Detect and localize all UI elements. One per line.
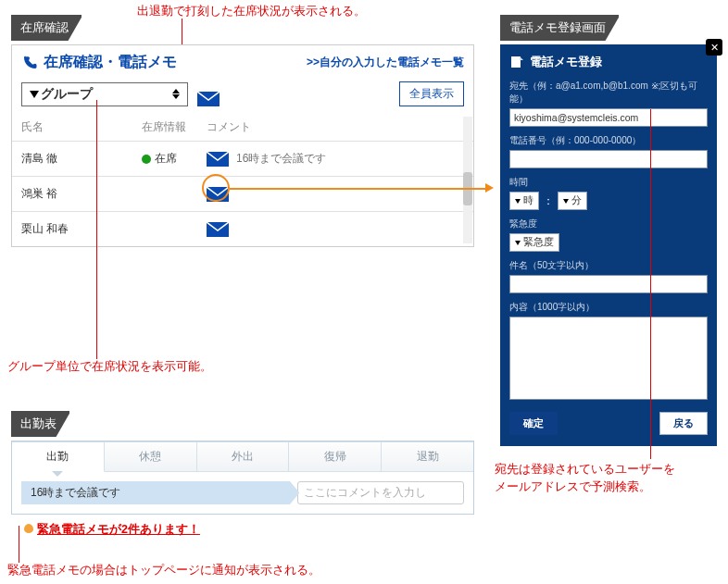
urgency-value: 緊急度 bbox=[523, 236, 554, 249]
chevron-down-icon bbox=[30, 91, 39, 98]
time-min-select[interactable]: 分 bbox=[558, 192, 587, 210]
callout-alert-home: 緊急電話メモの場合はトップページに通知が表示される。 bbox=[7, 563, 320, 578]
tab-return[interactable]: 復帰 bbox=[289, 442, 382, 472]
status-dot-icon bbox=[142, 155, 151, 164]
col-comment: コメント bbox=[207, 119, 464, 135]
tab-out[interactable]: 外出 bbox=[197, 442, 290, 472]
show-all-button[interactable]: 全員表示 bbox=[399, 81, 464, 106]
subject-label: 件名（50文字以内） bbox=[509, 259, 708, 272]
tab-attend[interactable]: 出勤 bbox=[12, 442, 105, 472]
callout-line bbox=[19, 526, 19, 563]
row-status: 在席 bbox=[155, 151, 177, 167]
table-row: 栗山 和春 bbox=[12, 211, 473, 246]
col-name: 氏名 bbox=[21, 119, 142, 135]
time-label: 時間 bbox=[509, 176, 708, 189]
arrow-line bbox=[230, 188, 487, 190]
time-min-label: 分 bbox=[571, 194, 582, 207]
memo-title-text: 電話メモ登録 bbox=[530, 54, 602, 70]
row-envelope[interactable] bbox=[207, 152, 229, 167]
alert-line: 緊急電話メモが2件あります！ bbox=[24, 522, 474, 538]
svg-rect-4 bbox=[511, 56, 521, 68]
phone-icon bbox=[21, 55, 38, 71]
urgency-select[interactable]: 緊急度 bbox=[509, 233, 559, 252]
tab-leave[interactable]: 退勤 bbox=[382, 442, 473, 472]
row-name: 鴻巣 裕 bbox=[21, 186, 142, 202]
time-hour-select[interactable]: 時 bbox=[509, 192, 539, 210]
callout-line bbox=[650, 109, 651, 459]
scrollbar[interactable] bbox=[463, 117, 472, 243]
group-select[interactable]: グループ bbox=[21, 82, 188, 106]
memo-panel: 電話メモ登録画面 ✕ 電話メモ登録 宛先（例：a@a1.com,b@b1.com… bbox=[500, 15, 717, 446]
phone-label: 電話番号（例：000-000-0000） bbox=[509, 134, 708, 147]
memo-list-link[interactable]: >>自分の入力した電話メモ一覧 bbox=[307, 55, 464, 70]
presence-box: 在席確認・電話メモ >>自分の入力した電話メモ一覧 グループ 全員表示 氏名 在… bbox=[11, 44, 474, 247]
memo-title-icon bbox=[509, 55, 524, 69]
attendance-box: 出勤 休憩 外出 復帰 退勤 16時まで会議です ここにコメントを入力し bbox=[11, 441, 474, 515]
table-row: 鴻巣 裕 bbox=[12, 176, 473, 211]
memo-badge: 電話メモ登録画面 bbox=[500, 15, 619, 41]
body-input[interactable] bbox=[509, 317, 708, 400]
memo-dialog: ✕ 電話メモ登録 宛先（例：a@a1.com,b@b1.com ※;区切も可能）… bbox=[500, 44, 717, 446]
row-name: 栗山 和春 bbox=[21, 221, 142, 237]
close-icon[interactable]: ✕ bbox=[706, 39, 722, 56]
presence-title: 在席確認・電話メモ bbox=[44, 53, 177, 72]
alert-link[interactable]: 緊急電話メモが2件あります！ bbox=[37, 523, 200, 536]
comment-input[interactable]: ここにコメントを入力し bbox=[297, 481, 464, 504]
back-button[interactable]: 戻る bbox=[659, 412, 708, 435]
table-row: 清島 徹 在席 16時まで会議です bbox=[12, 141, 473, 176]
time-hour-label: 時 bbox=[523, 194, 533, 207]
presence-panel: 在席確認 在席確認・電話メモ >>自分の入力した電話メモ一覧 グループ 全員表示 bbox=[11, 15, 474, 247]
col-status: 在席情報 bbox=[142, 119, 207, 135]
tab-break[interactable]: 休憩 bbox=[105, 442, 197, 472]
select-arrows-icon bbox=[172, 89, 180, 99]
callout-line bbox=[96, 100, 97, 359]
arrow-head-icon bbox=[485, 183, 494, 193]
group-select-label: グループ bbox=[41, 86, 93, 103]
chevron-down-icon bbox=[515, 241, 521, 245]
chevron-down-icon bbox=[563, 199, 569, 204]
presence-badge: 在席確認 bbox=[11, 15, 82, 41]
attendance-badge: 出勤表 bbox=[11, 411, 69, 437]
chevron-down-icon bbox=[515, 199, 521, 204]
phone-input[interactable] bbox=[509, 150, 708, 168]
subject-input[interactable] bbox=[509, 275, 708, 293]
comment-tag: 16時まで会議です bbox=[21, 481, 290, 504]
body-label: 内容（1000字以内） bbox=[509, 301, 708, 314]
to-input[interactable] bbox=[509, 108, 708, 127]
callout-recipient-search: 宛先は登録されているユーザーをメールアドレスで予測検索。 bbox=[495, 461, 675, 496]
confirm-button[interactable]: 確定 bbox=[509, 412, 558, 435]
time-colon: ： bbox=[543, 193, 554, 209]
row-envelope[interactable] bbox=[207, 222, 229, 237]
to-label: 宛先（例：a@a1.com,b@b1.com ※;区切も可能） bbox=[509, 80, 708, 106]
row-name: 清島 徹 bbox=[21, 151, 142, 167]
row-comment: 16時まで会議です bbox=[236, 151, 326, 167]
attendance-panel: 出勤表 出勤 休憩 外出 復帰 退勤 16時まで会議です ここにコメントを入力し… bbox=[11, 411, 474, 538]
highlight-circle-icon bbox=[202, 174, 230, 202]
callout-group-filter: グループ単位で在席状況を表示可能。 bbox=[7, 359, 212, 375]
urgency-label: 緊急度 bbox=[509, 217, 708, 230]
bell-icon bbox=[24, 524, 33, 533]
